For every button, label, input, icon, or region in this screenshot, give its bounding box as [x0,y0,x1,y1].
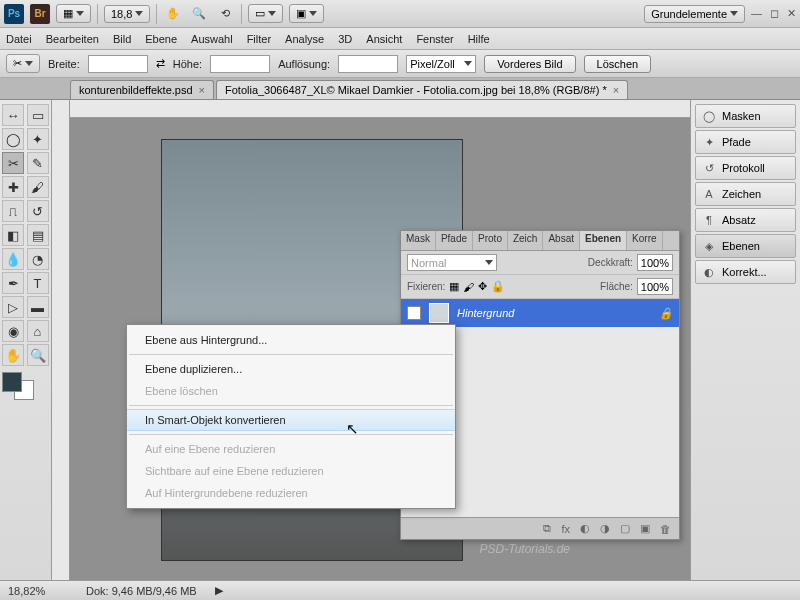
panel-tab-ebenen[interactable]: Ebenen [580,231,627,250]
loeschen-button[interactable]: Löschen [584,55,652,73]
minimize-icon[interactable]: — [751,7,762,20]
close-icon[interactable]: × [613,84,619,96]
crop-tool-icon[interactable]: ✂ [6,54,40,73]
menu-3d[interactable]: 3D [338,33,352,45]
menu-auswahl[interactable]: Auswahl [191,33,233,45]
fill-input[interactable]: 100% [637,278,673,295]
visibility-icon[interactable] [407,306,421,320]
trash-icon[interactable]: 🗑 [660,523,671,535]
workspace-dropdown[interactable]: Grundelemente [644,5,745,23]
zoom-dropdown[interactable]: 18,8 [104,5,150,23]
lasso-tool[interactable]: ◯ [2,128,24,150]
menu-filter[interactable]: Filter [247,33,271,45]
fx-icon[interactable]: fx [561,523,570,535]
history-brush-tool[interactable]: ↺ [27,200,49,222]
panel-tab-korre[interactable]: Korre [627,231,662,250]
gradient-tool[interactable]: ▤ [27,224,49,246]
folder-icon[interactable]: ▢ [620,522,630,535]
dodge-tool[interactable]: ◔ [27,248,49,270]
panel-tab-absat[interactable]: Absat [543,231,580,250]
eyedropper-tool[interactable]: ✎ [27,152,49,174]
close-icon[interactable]: ✕ [787,7,796,20]
close-icon[interactable]: × [199,84,205,96]
blend-mode-select[interactable]: Normal [407,254,497,271]
status-zoom[interactable]: 18,82% [8,585,68,597]
panel-tab-pfade[interactable]: Pfade [436,231,473,250]
brush-tool[interactable]: 🖌 [27,176,49,198]
ps-icon[interactable]: Ps [4,4,24,24]
lock-move-icon[interactable]: ✥ [478,280,487,293]
lock-paint-icon[interactable]: 🖌 [463,281,474,293]
ctx-ebene-aus-hintergrund-[interactable]: Ebene aus Hintergrund... [127,329,455,351]
menu-ebene[interactable]: Ebene [145,33,177,45]
link-icon[interactable]: ⧉ [543,522,551,535]
pen-tool[interactable]: ✒ [2,272,24,294]
menubar: Datei Bearbeiten Bild Ebene Auswahl Filt… [0,28,800,50]
dock-ebenen[interactable]: ◈Ebenen [695,234,796,258]
layer-thumb[interactable] [429,303,449,323]
adjust-icon[interactable]: ◑ [600,522,610,535]
zoom-value: 18,8 [111,8,132,20]
dock-absatz[interactable]: ¶Absatz [695,208,796,232]
doc-tab[interactable]: konturenbildeffekte.psd× [70,80,214,99]
layer-row[interactable]: Hintergrund 🔒 [401,299,679,327]
menu-ansicht[interactable]: Ansicht [366,33,402,45]
unit-select[interactable]: Pixel/Zoll [406,55,476,73]
panel-tab-zeich[interactable]: Zeich [508,231,543,250]
zoom-icon[interactable]: 🔍 [189,4,209,24]
maximize-icon[interactable]: ◻ [770,7,779,20]
breite-input[interactable] [88,55,148,73]
type-tool[interactable]: T [27,272,49,294]
swap-icon[interactable]: ⇄ [156,57,165,70]
aufl-input[interactable] [338,55,398,73]
arrange-dropdown[interactable]: ▭ [248,4,283,23]
bridge-icon[interactable]: Br [30,4,50,24]
eraser-tool[interactable]: ◧ [2,224,24,246]
view-mode-dropdown[interactable]: ▦ [56,4,91,23]
crop-tool[interactable]: ✂ [2,152,24,174]
menu-datei[interactable]: Datei [6,33,32,45]
hoehe-input[interactable] [210,55,270,73]
ctx-ebene-duplizieren-[interactable]: Ebene duplizieren... [127,358,455,380]
blur-tool[interactable]: 💧 [2,248,24,270]
wand-tool[interactable]: ✦ [27,128,49,150]
shape-tool[interactable]: ▬ [27,296,49,318]
panel-tab-proto[interactable]: Proto [473,231,508,250]
status-arrow-icon[interactable]: ▶ [215,584,223,597]
dock-pfade[interactable]: ✦Pfade [695,130,796,154]
menu-analyse[interactable]: Analyse [285,33,324,45]
hand-icon[interactable]: ✋ [163,4,183,24]
dock-protokoll[interactable]: ↺Protokoll [695,156,796,180]
hand-tool[interactable]: ✋ [2,344,24,366]
stamp-tool[interactable]: ⎍ [2,200,24,222]
menu-fenster[interactable]: Fenster [416,33,453,45]
opacity-input[interactable]: 100% [637,254,673,271]
doc-tab-label: konturenbildeffekte.psd [79,84,193,96]
menu-bild[interactable]: Bild [113,33,131,45]
mask-icon[interactable]: ◐ [580,522,590,535]
new-layer-icon[interactable]: ▣ [640,522,650,535]
zoom-tool[interactable]: 🔍 [27,344,49,366]
color-swatches[interactable] [2,372,42,402]
ctx-in-smart-objekt-konvertieren[interactable]: In Smart-Objekt konvertieren [127,409,455,431]
lock-all-icon[interactable]: 🔒 [491,280,505,293]
dock-zeichen[interactable]: AZeichen [695,182,796,206]
aufl-label: Auflösung: [278,58,330,70]
foreground-color[interactable] [2,372,22,392]
rotate-icon[interactable]: ⟲ [215,4,235,24]
heal-tool[interactable]: ✚ [2,176,24,198]
doc-tab[interactable]: Fotolia_3066487_XL© Mikael Damkier - Fot… [216,80,628,99]
dock-masken[interactable]: ◯Masken [695,104,796,128]
lock-trans-icon[interactable]: ▦ [449,280,459,293]
marquee-tool[interactable]: ▭ [27,104,49,126]
vorderes-bild-button[interactable]: Vorderes Bild [484,55,575,73]
menu-hilfe[interactable]: Hilfe [468,33,490,45]
path-tool[interactable]: ▷ [2,296,24,318]
dock-korrekt[interactable]: ◐Korrekt... [695,260,796,284]
3d-tool[interactable]: ◉ [2,320,24,342]
screen-mode-dropdown[interactable]: ▣ [289,4,324,23]
3d-cam-tool[interactable]: ⌂ [27,320,49,342]
move-tool[interactable]: ↔ [2,104,24,126]
panel-tab-mask[interactable]: Mask [401,231,436,250]
menu-bearbeiten[interactable]: Bearbeiten [46,33,99,45]
